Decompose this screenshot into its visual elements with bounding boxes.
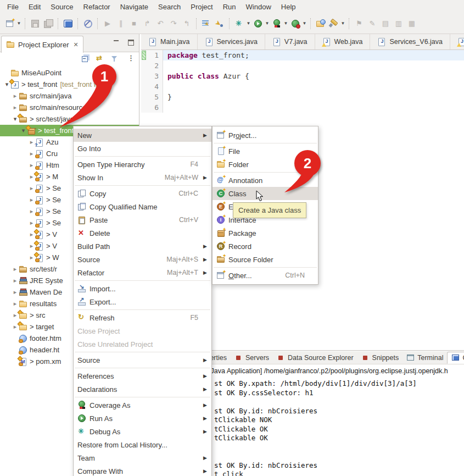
new-menu-item-source-folder[interactable]: ✦Source Folder: [213, 253, 318, 266]
new-menu-item-record[interactable]: R✦Record: [213, 240, 318, 253]
menu-source[interactable]: Source: [46, 2, 78, 12]
editor-tab[interactable]: Services.java: [198, 34, 265, 49]
view-tab-servers[interactable]: Servers: [231, 352, 273, 363]
menu-item-refactor[interactable]: RefactorMaj+Alt+T▶: [74, 266, 211, 279]
last-edit-icon[interactable]: ✎: [366, 17, 378, 30]
menu-window[interactable]: Window: [241, 2, 276, 12]
menu-item-refresh[interactable]: RefreshF5: [74, 311, 211, 324]
jfile-icon: ?: [35, 138, 44, 147]
prev-annotation-icon: ▥: [395, 20, 402, 27]
editor-tab[interactable]: Services_V6.java: [370, 34, 450, 49]
console-view-icon[interactable]: [62, 17, 74, 30]
new-menu-item-other[interactable]: ✦Other...Ctrl+N: [213, 269, 318, 282]
editor-tab[interactable]: Web.java: [315, 34, 371, 49]
collapsed-arrow-icon[interactable]: ▸: [28, 196, 35, 203]
menu-navigate[interactable]: Navigate: [115, 2, 153, 12]
menu-item-declarations[interactable]: Declarations▶: [74, 383, 211, 396]
view-tab-terminal[interactable]: Terminal: [402, 352, 447, 363]
next-annotation-icon[interactable]: ▤: [379, 17, 392, 30]
menu-item-show-in[interactable]: Show InMaj+Alt+W▶: [74, 171, 211, 184]
step-return-icon[interactable]: ↰: [181, 17, 193, 30]
search-icon-dropdown[interactable]: ▼: [340, 17, 345, 30]
view-tab-data-source-explorer[interactable]: Data Source Explorer: [273, 352, 357, 363]
menu-help[interactable]: Help: [276, 2, 301, 12]
save-icon[interactable]: [29, 17, 41, 30]
clipped-icon[interactable]: ▦: [406, 17, 418, 30]
new-menu-item-package[interactable]: ✦Package: [213, 226, 318, 240]
menu-item-label: Paste: [90, 216, 170, 224]
menu-item-source[interactable]: Source▶: [74, 353, 211, 367]
menu-edit[interactable]: Edit: [24, 2, 46, 12]
maximize-icon[interactable]: [127, 38, 136, 47]
menu-item-export[interactable]: Export...: [74, 295, 211, 308]
view-tab-console[interactable]: Console: [447, 352, 464, 364]
menu-item-restore-from-local-history[interactable]: Restore from Local History...: [74, 438, 211, 451]
profile-icon-dropdown[interactable]: ▼: [302, 17, 307, 30]
menu-item-delete[interactable]: Delete: [74, 226, 211, 240]
collapsed-arrow-icon[interactable]: ▸: [12, 277, 19, 284]
menu-project[interactable]: Project: [186, 2, 217, 12]
collapsed-arrow-icon[interactable]: ▸: [28, 219, 35, 226]
suspend-icon[interactable]: ∥: [115, 17, 127, 30]
menu-run[interactable]: Run: [218, 2, 241, 12]
menu-item-go-into[interactable]: Go Into: [74, 142, 211, 155]
menu-item-run-as[interactable]: Run As▶: [74, 412, 211, 425]
view-tab-snippets[interactable]: Snippets: [357, 352, 403, 363]
save-all-icon[interactable]: [42, 17, 54, 30]
profile-icon[interactable]: [289, 17, 301, 30]
view-menu-icon[interactable]: [125, 54, 133, 63]
menu-item-references[interactable]: References▶: [74, 369, 211, 383]
menu-search[interactable]: Search: [153, 2, 186, 12]
menu-file[interactable]: File: [2, 2, 24, 12]
menu-item-team[interactable]: Team▶: [74, 451, 211, 464]
menu-item-import[interactable]: Import...: [74, 282, 211, 295]
tab-project-explorer[interactable]: Project Explorer ✕: [1, 36, 83, 53]
editor-tab[interactable]: V: [450, 34, 464, 49]
collapsed-arrow-icon[interactable]: ▸: [12, 265, 19, 273]
resume-icon[interactable]: ▶: [102, 17, 114, 30]
collapsed-arrow-icon[interactable]: ▸: [12, 300, 19, 307]
prev-annotation-icon[interactable]: ▥: [393, 17, 405, 30]
collapsed-arrow-icon[interactable]: ▸: [28, 150, 35, 157]
menu-item-compare-with[interactable]: Compare With▶: [74, 464, 211, 476]
minimize-icon[interactable]: [113, 38, 121, 47]
menu-item-debug-as[interactable]: Debug As▶: [74, 425, 211, 438]
menu-item-open-type-hierarchy[interactable]: Open Type HierarchyF4: [74, 158, 211, 171]
run-icon-dropdown[interactable]: ▼: [265, 17, 270, 30]
menu-item-coverage-as[interactable]: Coverage As▶: [74, 398, 211, 412]
new-wizard-icon[interactable]: ✦: [4, 17, 16, 30]
debug-icon-dropdown[interactable]: ▼: [246, 17, 251, 30]
collapsed-arrow-icon[interactable]: ▸: [12, 92, 19, 99]
run-icon[interactable]: [252, 17, 264, 30]
menu-item-source[interactable]: SourceMaj+Alt+S▶: [74, 253, 211, 266]
close-icon[interactable]: ✕: [73, 41, 78, 48]
last-launch-icon[interactable]: [200, 17, 213, 30]
collapsed-arrow-icon[interactable]: ▸: [12, 289, 19, 296]
collapsed-arrow-icon[interactable]: ▸: [28, 162, 35, 169]
menu-refactor[interactable]: Refactor: [79, 2, 115, 12]
debug-icon[interactable]: [233, 17, 245, 30]
code-text: package test_front;: [163, 50, 464, 60]
search-icon[interactable]: [328, 17, 340, 30]
new-menu-item-project[interactable]: ✦Project...: [213, 129, 318, 142]
pin-editor-icon[interactable]: ⚑: [353, 17, 365, 30]
editor-tab[interactable]: V7.java: [265, 34, 315, 49]
collapsed-arrow-icon[interactable]: ▸: [12, 104, 19, 111]
disconnect-icon[interactable]: ↱: [141, 17, 153, 30]
menu-item-copy-qualified-name[interactable]: Copy Qualified Name: [74, 200, 211, 213]
editor-tab[interactable]: Main.java: [141, 34, 198, 49]
menu-item-build-path[interactable]: Build Path▶: [74, 240, 211, 253]
collapsed-arrow-icon[interactable]: ▸: [28, 208, 35, 215]
collapsed-arrow-icon[interactable]: ▸: [28, 185, 35, 192]
menu-item-copy[interactable]: CopyCtrl+C: [74, 187, 211, 200]
menu-item-paste[interactable]: PasteCtrl+V: [74, 213, 211, 226]
terminate-icon[interactable]: ■: [128, 17, 140, 30]
new-wizard-icon-dropdown[interactable]: ▼: [16, 17, 21, 30]
step-into-icon[interactable]: ↶: [154, 17, 166, 30]
skip-breakpoints-icon[interactable]: [82, 17, 94, 30]
launch-history-icon[interactable]: [214, 17, 226, 30]
coverage-icon[interactable]: [271, 17, 283, 30]
open-type-icon[interactable]: [315, 17, 327, 30]
coverage-icon-dropdown[interactable]: ▼: [283, 17, 288, 30]
step-over-icon[interactable]: ↷: [167, 17, 180, 30]
